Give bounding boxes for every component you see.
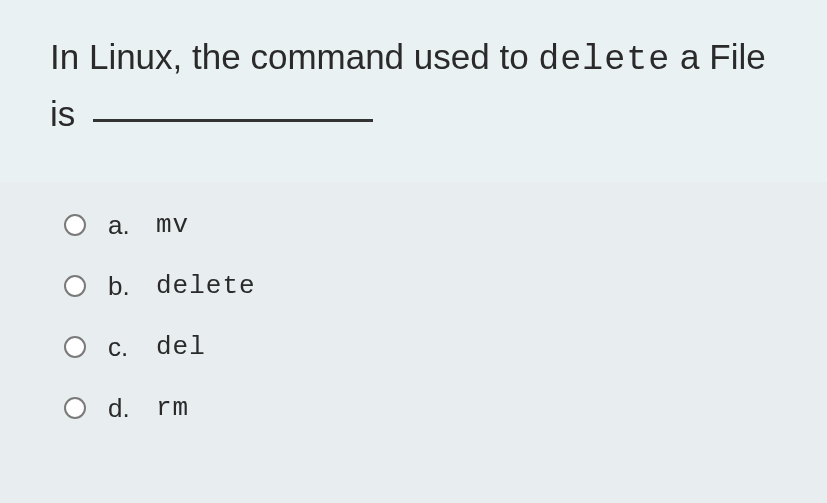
blank-line — [93, 119, 373, 122]
radio-icon[interactable] — [64, 397, 86, 419]
question-block: In Linux, the command used to delete a F… — [0, 0, 827, 182]
question-prefix: In Linux, the command used to — [50, 37, 538, 76]
option-b[interactable]: b. delete — [64, 271, 777, 302]
radio-icon[interactable] — [64, 336, 86, 358]
options-list: a. mv b. delete c. del d. rm — [0, 182, 827, 424]
option-a[interactable]: a. mv — [64, 210, 777, 241]
option-letter: b. — [108, 271, 138, 302]
option-text: mv — [156, 210, 189, 240]
option-c[interactable]: c. del — [64, 332, 777, 363]
option-text: del — [156, 332, 206, 362]
option-d[interactable]: d. rm — [64, 393, 777, 424]
option-letter: c. — [108, 332, 138, 363]
option-text: delete — [156, 271, 256, 301]
option-text: rm — [156, 393, 189, 423]
option-letter: a. — [108, 210, 138, 241]
question-text: In Linux, the command used to delete a F… — [50, 30, 777, 142]
radio-icon[interactable] — [64, 275, 86, 297]
option-letter: d. — [108, 393, 138, 424]
radio-icon[interactable] — [64, 214, 86, 236]
question-mono-word: delete — [538, 40, 670, 80]
